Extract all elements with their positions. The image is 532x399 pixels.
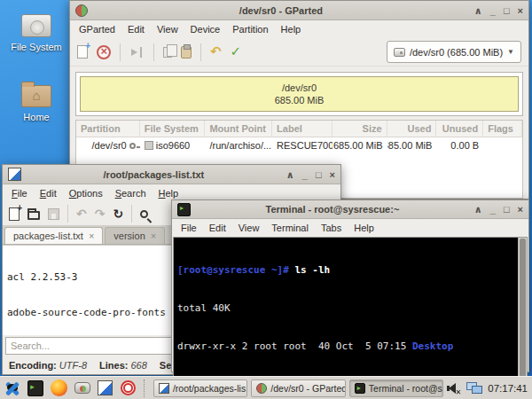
firefox-launcher[interactable] xyxy=(49,378,68,398)
encoding-value: UTF-8 xyxy=(59,360,87,371)
terminal-window: Terminal - root@sysrescue:~ ∧ _ □ × File… xyxy=(171,200,529,372)
close-button[interactable]: × xyxy=(518,2,523,20)
taskbar-button-gparted[interactable]: /dev/sr0 - GParted xyxy=(251,379,345,397)
terminal-screen[interactable]: [root@sysrescue ~]# ls -lh total 40K drw… xyxy=(174,238,518,399)
taskbar-button-editor[interactable]: /root/packages-lis... xyxy=(153,379,247,397)
col-flags[interactable]: Flags xyxy=(483,121,522,137)
menu-options[interactable]: Options xyxy=(63,185,109,201)
terminal-launcher[interactable] xyxy=(26,378,45,398)
col-mount-point[interactable]: Mount Point xyxy=(205,121,272,137)
col-unused[interactable]: Unused xyxy=(436,121,483,137)
col-label[interactable]: Label xyxy=(272,121,332,137)
shade-button[interactable]: ∧ xyxy=(286,166,294,184)
system-tray: ✕ 07:17:41 xyxy=(447,381,529,395)
new-document-icon[interactable] xyxy=(9,207,20,221)
device-selector[interactable]: /dev/sr0 (685.00 MiB) ▼ xyxy=(387,41,521,63)
col-size[interactable]: Size xyxy=(332,121,387,137)
table-row[interactable]: /dev/sr0 iso9660 /run/archiso/... RESCUE… xyxy=(76,137,522,153)
reload-icon[interactable]: ↻ xyxy=(113,207,123,221)
menu-file[interactable]: File xyxy=(5,185,34,201)
gparted-menubar: GParted Edit View Device Partition Help xyxy=(70,20,528,38)
terminal-titlebar[interactable]: Terminal - root@sysrescue:~ ∧ _ □ × xyxy=(172,200,528,219)
gparted-launcher[interactable] xyxy=(73,378,92,398)
maximize-button[interactable]: □ xyxy=(504,2,510,20)
minimize-button[interactable]: _ xyxy=(490,2,496,20)
menu-edit[interactable]: Edit xyxy=(34,185,63,201)
menu-edit[interactable]: Edit xyxy=(121,21,151,37)
redo-icon[interactable]: ↷ xyxy=(95,207,106,221)
volume-muted-icon[interactable]: ✕ xyxy=(447,382,461,395)
menu-view[interactable]: View xyxy=(232,220,266,236)
applications-menu-button[interactable] xyxy=(3,378,22,398)
close-button[interactable]: × xyxy=(518,200,523,218)
partition-visual-size: 685.00 MiB xyxy=(275,94,325,106)
menu-help[interactable]: Help xyxy=(348,220,380,236)
sysrescue-logo-icon xyxy=(4,379,21,397)
gparted-titlebar[interactable]: /dev/sr0 - GParted ∧ _ □ × xyxy=(70,1,528,20)
copy-icon[interactable] xyxy=(163,47,172,58)
search-icon[interactable] xyxy=(140,210,148,218)
mousepad-launcher[interactable] xyxy=(96,378,115,398)
maximize-button[interactable]: □ xyxy=(504,200,510,218)
menu-device[interactable]: Device xyxy=(184,21,227,37)
home-glyph-icon: ⌂ xyxy=(22,88,51,103)
tab-packages-list[interactable]: packages-list.txt × xyxy=(4,227,103,244)
toolbar-separator xyxy=(153,43,154,61)
shade-button[interactable]: ∧ xyxy=(474,2,482,20)
help-launcher[interactable] xyxy=(119,378,138,398)
menu-edit[interactable]: Edit xyxy=(203,220,232,236)
close-button[interactable]: × xyxy=(330,166,335,184)
menu-help[interactable]: Help xyxy=(275,21,308,37)
encoding-label: Encoding: xyxy=(9,360,57,371)
terminal-line: drwxr-xr-x 2 root root 40 Oct 5 07:15 De… xyxy=(177,340,514,353)
lines-label: Lines: xyxy=(99,360,128,371)
menu-terminal[interactable]: Terminal xyxy=(265,220,315,236)
tab-close-icon[interactable]: × xyxy=(151,231,156,241)
menu-view[interactable]: View xyxy=(151,21,184,37)
minimize-button[interactable]: _ xyxy=(490,200,496,218)
paste-icon[interactable] xyxy=(181,46,192,59)
lines-value: 668 xyxy=(130,360,146,371)
new-partition-icon[interactable] xyxy=(77,45,88,59)
editor-titlebar[interactable]: /root/packages-list.txt ∧ _ □ × xyxy=(3,165,340,184)
undo-icon[interactable]: ↶ xyxy=(76,207,87,221)
col-partition[interactable]: Partition xyxy=(76,121,140,137)
partition-visual-name: /dev/sr0 xyxy=(282,82,317,94)
menu-partition[interactable]: Partition xyxy=(226,21,274,37)
undo-icon[interactable]: ↶ xyxy=(210,45,222,59)
open-file-icon[interactable] xyxy=(27,211,40,220)
desktop-icon-file-system[interactable]: File System xyxy=(7,14,66,52)
menu-gparted[interactable]: GParted xyxy=(73,21,121,37)
mousepad-app-icon xyxy=(8,168,21,181)
shade-button[interactable]: ∧ xyxy=(474,200,482,218)
menu-file[interactable]: File xyxy=(175,220,203,236)
mousepad-icon xyxy=(98,380,113,395)
col-file-system[interactable]: File System xyxy=(140,121,206,137)
gparted-toolbar: ↶ ✓ /dev/sr0 (685.00 MiB) ▼ xyxy=(70,38,528,66)
toolbar-separator xyxy=(131,205,132,223)
tab-close-icon[interactable]: × xyxy=(89,231,94,241)
taskbar: /root/packages-lis... /dev/sr0 - GParted… xyxy=(0,376,532,399)
network-icon[interactable] xyxy=(466,381,482,395)
desktop-icon-home[interactable]: ⌂ Home xyxy=(7,82,66,122)
partition-visual[interactable]: /dev/sr0 685.00 MiB xyxy=(80,76,519,112)
mousepad-icon xyxy=(159,383,169,394)
terminal-scrollbar[interactable] xyxy=(518,238,527,399)
taskbar-button-terminal[interactable]: Terminal - root@s... xyxy=(349,379,443,397)
desktop-icon-label: File System xyxy=(7,42,66,52)
resize-move-icon[interactable] xyxy=(129,46,145,59)
panel-handle xyxy=(144,379,148,397)
tab-label: packages-list.txt xyxy=(13,231,83,241)
delete-partition-icon[interactable] xyxy=(97,45,111,59)
menu-tabs[interactable]: Tabs xyxy=(315,220,348,236)
col-used[interactable]: Used xyxy=(387,121,437,137)
tab-version[interactable]: version × xyxy=(105,227,165,244)
toolbar-separator xyxy=(200,43,201,61)
apply-icon[interactable]: ✓ xyxy=(231,45,242,59)
save-icon[interactable] xyxy=(48,208,59,220)
menu-search[interactable]: Search xyxy=(109,185,153,201)
scrollbar-thumb[interactable] xyxy=(520,239,526,399)
editor-window-title: /root/packages-list.txt xyxy=(27,169,281,180)
minimize-button[interactable]: _ xyxy=(302,166,308,184)
maximize-button[interactable]: □ xyxy=(316,166,322,184)
